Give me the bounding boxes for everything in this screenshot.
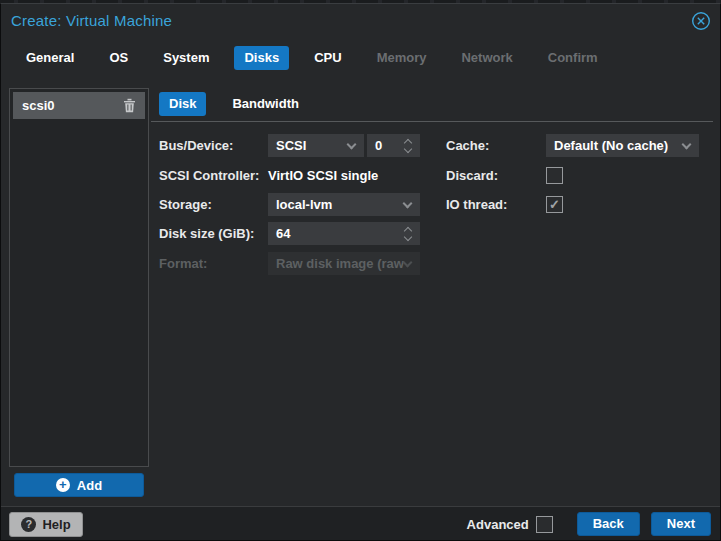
chevron-down-icon — [403, 199, 413, 209]
storage-label: Storage: — [159, 193, 267, 216]
plus-circle-icon: + — [56, 478, 70, 492]
disk-device-list[interactable]: scsi0 — [9, 88, 149, 467]
dialog-titlebar[interactable]: Create: Virtual Machine — [1, 4, 720, 37]
tab-general[interactable]: General — [16, 46, 84, 70]
tab-memory: Memory — [367, 46, 437, 70]
tab-disk[interactable]: Disk — [159, 92, 206, 116]
dialog-title: Create: Virtual Machine — [11, 12, 172, 29]
list-item-scsi0[interactable]: scsi0 — [13, 92, 145, 119]
storage-select[interactable]: local-lvm — [268, 193, 420, 216]
tab-os[interactable]: OS — [99, 46, 138, 70]
help-button[interactable]: ? Help — [9, 512, 83, 537]
format-label: Format: — [159, 252, 267, 275]
spinner-icon[interactable] — [404, 137, 413, 154]
storage-select-value: local-lvm — [276, 197, 332, 212]
spinner-icon[interactable] — [404, 225, 413, 242]
chevron-down-icon — [682, 140, 692, 150]
tab-cpu[interactable]: CPU — [304, 46, 351, 70]
format-select-value: Raw disk image (raw — [276, 256, 404, 271]
advanced-checkbox[interactable] — [536, 516, 553, 533]
disk-panel-tab-bar: Disk Bandwidth — [159, 92, 309, 116]
dialog-footer: ? Help Advanced Back Next — [1, 506, 720, 540]
bus-select-value: SCSI — [276, 138, 306, 153]
bus-device-label: Bus/Device: — [159, 134, 267, 157]
next-button[interactable]: Next — [651, 512, 711, 536]
device-number-value: 0 — [375, 138, 382, 153]
device-item-label: scsi0 — [13, 98, 123, 113]
cache-select-value: Default (No cache) — [554, 138, 668, 153]
cache-select[interactable]: Default (No cache) — [546, 134, 699, 157]
scsi-controller-value: VirtIO SCSI single — [268, 164, 378, 187]
io-thread-label: IO thread: — [446, 193, 542, 216]
add-disk-button[interactable]: + Add — [14, 473, 144, 497]
tab-bandwidth[interactable]: Bandwidth — [222, 92, 308, 116]
tab-system[interactable]: System — [153, 46, 219, 70]
chevron-down-icon — [403, 258, 413, 268]
wizard-tab-bar: General OS System Disks CPU Memory Netwo… — [16, 46, 608, 70]
disk-size-value: 64 — [276, 226, 290, 241]
bus-select[interactable]: SCSI — [268, 134, 364, 157]
tab-confirm: Confirm — [538, 46, 608, 70]
close-icon[interactable] — [691, 11, 711, 31]
device-number-stepper[interactable]: 0 — [367, 134, 420, 157]
disk-size-stepper[interactable]: 64 — [268, 222, 420, 245]
io-thread-checkbox[interactable]: ✓ — [546, 196, 563, 213]
tab-network: Network — [451, 46, 522, 70]
create-vm-dialog: Create: Virtual Machine General OS Syste… — [0, 3, 721, 541]
panel-separator — [151, 121, 713, 122]
scsi-controller-label: SCSI Controller: — [159, 164, 267, 187]
tab-disks[interactable]: Disks — [234, 46, 289, 70]
spin-down-icon[interactable] — [404, 233, 412, 241]
question-circle-icon: ? — [21, 517, 36, 532]
help-button-label: Help — [42, 517, 70, 532]
chevron-down-icon — [347, 140, 357, 150]
trash-icon[interactable] — [123, 98, 136, 113]
disk-size-label: Disk size (GiB): — [159, 222, 267, 245]
format-select: Raw disk image (raw — [268, 252, 420, 275]
spin-down-icon[interactable] — [404, 145, 412, 153]
discard-label: Discard: — [446, 164, 542, 187]
back-button[interactable]: Back — [577, 512, 640, 536]
discard-checkbox[interactable] — [546, 167, 563, 184]
cache-label: Cache: — [446, 134, 542, 157]
footer-actions: Advanced Back Next — [467, 512, 711, 536]
add-button-label: Add — [77, 478, 102, 493]
advanced-label: Advanced — [467, 517, 529, 532]
